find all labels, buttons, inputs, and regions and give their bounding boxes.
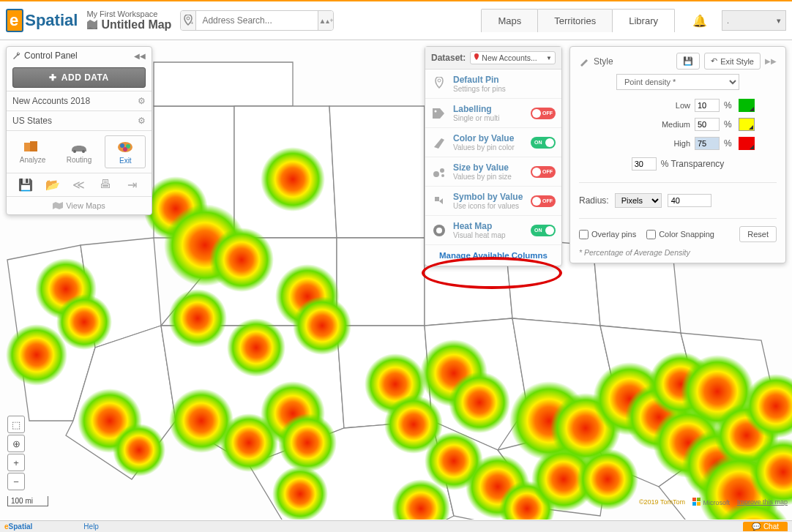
toggle-size[interactable]: OFF bbox=[531, 166, 556, 178]
user-dropdown[interactable]: .▾ bbox=[722, 10, 786, 31]
control-panel: Control Panel ◀◀ ✚ ADD DATA New Accounts… bbox=[6, 46, 152, 215]
overlay-pins-checkbox[interactable]: Overlay pins bbox=[579, 230, 636, 239]
style-title: Style bbox=[594, 56, 672, 67]
ds-item-size-by-value[interactable]: Size by ValueValues by pin size OFF bbox=[425, 157, 561, 187]
density-select[interactable]: Point density * bbox=[616, 74, 739, 90]
folder-icon[interactable]: 📂 bbox=[45, 178, 60, 192]
svg-point-58 bbox=[436, 228, 442, 233]
gear-icon[interactable]: ⚙ bbox=[138, 96, 146, 106]
collapse-icon[interactable]: ◀◀ bbox=[134, 52, 146, 60]
low-color-swatch[interactable] bbox=[739, 99, 755, 112]
search-graph-icon[interactable]: ▲▴+ bbox=[318, 11, 333, 30]
ms-logo: Microsoft bbox=[692, 498, 730, 506]
search-input[interactable] bbox=[196, 11, 318, 30]
app-logo: eSpatial bbox=[6, 9, 78, 32]
ds-item-heat-map[interactable]: Heat MapVisual heat map ON bbox=[425, 216, 561, 245]
dataset-row[interactable]: US States ⚙ bbox=[7, 110, 152, 130]
color-snapping-checkbox[interactable]: Color Snapping bbox=[646, 230, 714, 239]
tab-maps[interactable]: Maps bbox=[481, 9, 538, 32]
svg-point-55 bbox=[440, 168, 444, 173]
ds-item-symbol-by-value[interactable]: Symbol by ValueUse icons for values OFF bbox=[425, 187, 561, 216]
map-title[interactable]: Untitled Map bbox=[86, 18, 171, 31]
density-low-row: Low % bbox=[579, 99, 777, 112]
search-pin-icon[interactable]: + bbox=[181, 11, 196, 30]
routing-tool[interactable]: Routing bbox=[59, 135, 100, 168]
exit-style-button[interactable]: ↶ Exit Style bbox=[704, 53, 761, 70]
toggle-symbol[interactable]: OFF bbox=[531, 195, 556, 207]
svg-point-17 bbox=[293, 296, 351, 355]
ds-item-labelling[interactable]: LabellingSingle or multi OFF bbox=[425, 99, 561, 128]
density-high-row: High % bbox=[579, 137, 777, 150]
svg-point-53 bbox=[435, 110, 437, 112]
workspace-block: My First Workspace Untitled Map bbox=[86, 10, 171, 31]
wrench-icon bbox=[12, 51, 21, 60]
address-search[interactable]: + ▲▴+ bbox=[180, 10, 334, 31]
svg-point-51 bbox=[123, 147, 127, 151]
action-icons-row: 💾 📂 ≪ 🖶 ⇥ bbox=[7, 173, 152, 196]
zoom-out-button[interactable]: − bbox=[7, 473, 25, 490]
zoom-extent-icon[interactable]: ⊕ bbox=[7, 435, 25, 452]
expand-icon[interactable]: ▶▶ bbox=[765, 57, 777, 65]
svg-point-32 bbox=[577, 449, 638, 510]
radius-input[interactable] bbox=[668, 194, 711, 207]
svg-point-14 bbox=[261, 147, 325, 211]
svg-rect-45 bbox=[30, 141, 37, 151]
app-footer: eSpatial Help 💬 Chat bbox=[0, 520, 792, 532]
svg-rect-60 bbox=[697, 498, 701, 501]
plus-icon: ✚ bbox=[49, 72, 57, 83]
svg-point-4 bbox=[6, 324, 67, 386]
footer-logo: eSpatial bbox=[4, 522, 32, 531]
zoom-area-icon[interactable]: ⬚ bbox=[7, 416, 25, 433]
high-color-swatch[interactable] bbox=[739, 137, 755, 150]
ds-item-color-by-value[interactable]: Color by ValueValues by pin color ON bbox=[425, 128, 561, 157]
reset-button[interactable]: Reset bbox=[739, 226, 777, 242]
dataset-row[interactable]: New Accounts 2018 ⚙ bbox=[7, 91, 152, 110]
radius-unit-select[interactable]: Pixels bbox=[615, 193, 662, 208]
toggle-labelling[interactable]: OFF bbox=[531, 108, 556, 119]
pin-icon bbox=[431, 77, 447, 91]
bubbles-icon bbox=[431, 166, 447, 178]
toggle-color[interactable]: ON bbox=[531, 137, 556, 149]
svg-rect-59 bbox=[692, 498, 696, 501]
export-icon[interactable]: ⇥ bbox=[125, 178, 140, 192]
medium-input[interactable] bbox=[695, 118, 720, 131]
palette-icon bbox=[431, 137, 447, 149]
share-icon[interactable]: ≪ bbox=[72, 178, 86, 192]
manage-columns-link[interactable]: Manage Available Columns bbox=[425, 245, 561, 266]
svg-point-13 bbox=[227, 318, 285, 377]
gear-icon[interactable]: ⚙ bbox=[138, 116, 146, 126]
svg-point-47 bbox=[82, 150, 85, 153]
tab-territories[interactable]: Territories bbox=[537, 9, 613, 32]
low-input[interactable] bbox=[695, 99, 720, 112]
svg-rect-61 bbox=[692, 502, 696, 506]
map-icon bbox=[53, 202, 63, 209]
notifications-icon[interactable]: 🔔 bbox=[690, 10, 710, 31]
save-icon[interactable]: 💾 bbox=[18, 178, 33, 192]
medium-color-swatch[interactable] bbox=[739, 118, 755, 131]
map-attribution: ©2019 TomTom Microsoft Improve this map bbox=[639, 498, 788, 506]
dataset-select[interactable]: New Accounts... ▼ bbox=[470, 51, 556, 64]
app-header: eSpatial My First Workspace Untitled Map… bbox=[0, 0, 792, 40]
chat-button[interactable]: 💬 Chat bbox=[743, 522, 788, 531]
improve-link[interactable]: Improve this map bbox=[737, 498, 788, 506]
control-panel-header: Control Panel ◀◀ bbox=[7, 47, 152, 64]
zoom-in-button[interactable]: + bbox=[7, 454, 25, 471]
svg-point-25 bbox=[449, 372, 510, 433]
analyze-tool[interactable]: Analyze bbox=[12, 135, 53, 168]
tab-library[interactable]: Library bbox=[612, 9, 675, 32]
transparency-input[interactable] bbox=[632, 157, 657, 171]
add-data-button[interactable]: ✚ ADD DATA bbox=[12, 67, 146, 88]
high-input[interactable] bbox=[695, 137, 720, 150]
help-link[interactable]: Help bbox=[83, 522, 99, 531]
tools-row: Analyze Routing Exit bbox=[7, 130, 152, 173]
print-icon[interactable]: 🖶 bbox=[98, 178, 113, 192]
svg-point-56 bbox=[441, 174, 444, 177]
view-maps-link[interactable]: View Maps bbox=[7, 196, 152, 214]
exit-tool[interactable]: Exit bbox=[105, 135, 146, 168]
save-style-button[interactable]: 💾 bbox=[676, 53, 700, 70]
ds-item-default-pin[interactable]: Default PinSettings for pins bbox=[425, 70, 561, 99]
footnote: * Percentage of Average Density bbox=[579, 248, 777, 257]
map-canvas[interactable]: Control Panel ◀◀ ✚ ADD DATA New Accounts… bbox=[0, 40, 792, 520]
transparency-row: % Transparency bbox=[579, 157, 777, 171]
toggle-heat[interactable]: ON bbox=[531, 225, 556, 236]
